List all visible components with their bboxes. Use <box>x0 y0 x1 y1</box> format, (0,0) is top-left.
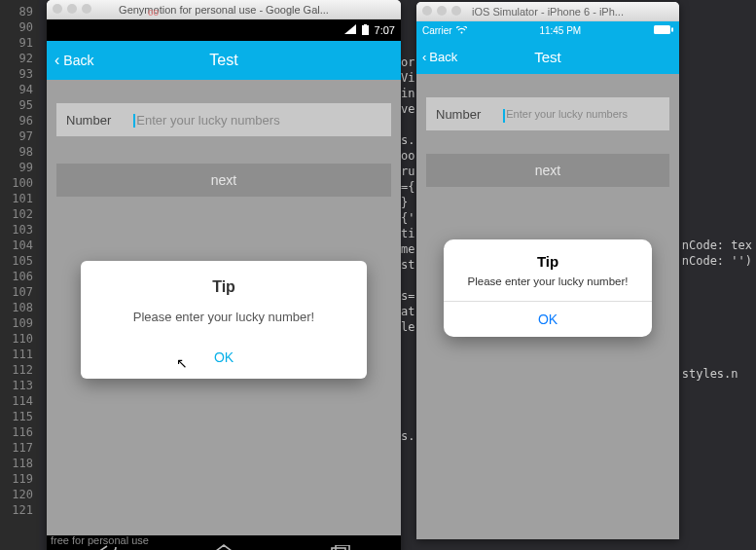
android-statusbar: 7:07 <box>47 19 401 41</box>
window-controls[interactable] <box>53 4 91 14</box>
app-header: ‹ Back Test <box>47 41 401 80</box>
alert-ok-button[interactable]: OK <box>444 301 652 337</box>
back-label: Back <box>63 53 93 68</box>
editor-code-right: nCode: texnCode: '')styles.n <box>682 238 752 382</box>
svg-rect-13 <box>362 25 369 35</box>
back-button[interactable]: ‹ Back <box>416 50 457 64</box>
carrier-label: Carrier <box>422 25 452 36</box>
svg-marker-12 <box>344 24 356 34</box>
genymotion-footer: free for personal use <box>51 534 149 546</box>
genymotion-window: oo Genymotion for personal use - Google … <box>47 0 401 550</box>
svg-rect-19 <box>671 27 673 31</box>
alert-dialog: Tip Please enter your lucky number! OK <box>444 239 652 337</box>
alert-dialog: Tip Please enter your lucky number! OK ↖ <box>81 261 367 379</box>
battery-status-icon <box>654 25 673 36</box>
number-input[interactable]: Enter your lucky numbers <box>136 113 279 128</box>
window-title: iOS Simulator - iPhone 6 - iPh... <box>472 6 624 18</box>
text-cursor <box>503 109 505 123</box>
editor-code-fragments: orViinve s.ooru={}{'timest s=atle s. <box>401 55 414 444</box>
wifi-icon <box>456 25 467 36</box>
ios-clock: 11:45 PM <box>539 25 581 36</box>
number-input[interactable]: Enter your lucky numbers <box>506 108 628 120</box>
chevron-left-icon: ‹ <box>422 50 426 64</box>
nav-home-icon[interactable] <box>214 544 234 551</box>
page-title: Test <box>47 52 401 69</box>
genymotion-logo-icon: oo <box>148 3 159 22</box>
number-field-row[interactable]: Number Enter your lucky numbers <box>426 97 669 130</box>
chevron-left-icon: ‹ <box>54 53 59 68</box>
genymotion-titlebar[interactable]: oo Genymotion for personal use - Google … <box>47 0 401 19</box>
alert-title: Tip <box>444 239 652 274</box>
svg-rect-18 <box>654 25 670 34</box>
next-button[interactable]: next <box>56 164 391 197</box>
field-label: Number <box>66 113 111 128</box>
back-label: Back <box>429 50 457 64</box>
window-controls[interactable] <box>422 6 461 16</box>
alert-message: Please enter your lucky number! <box>98 310 349 324</box>
ios-simulator-window: iOS Simulator - iPhone 6 - iPh... Carrie… <box>416 2 679 539</box>
app-header: ‹ Back Test <box>416 39 679 74</box>
signal-icon <box>344 24 356 36</box>
alert-ok-button[interactable]: OK <box>98 349 349 365</box>
app-content: Number Enter your lucky numbers next Tip… <box>416 74 679 539</box>
clock: 7:07 <box>375 24 395 36</box>
svg-rect-14 <box>364 24 367 25</box>
mouse-cursor-icon: ↖ <box>176 355 188 371</box>
field-label: Number <box>436 107 481 122</box>
text-cursor <box>133 114 135 128</box>
back-button[interactable]: ‹ Back <box>47 53 93 68</box>
alert-title: Tip <box>98 278 349 296</box>
nav-recent-icon[interactable] <box>331 545 352 551</box>
alert-message: Please enter your lucky number! <box>444 274 652 301</box>
app-content: Number Enter your lucky numbers next Tip… <box>47 80 401 535</box>
ios-statusbar: Carrier 11:45 PM <box>416 21 679 39</box>
next-button[interactable]: next <box>426 154 669 187</box>
svg-point-17 <box>460 31 462 33</box>
editor-gutter: 8990919293949596979899100101102103104105… <box>0 0 39 550</box>
ios-titlebar[interactable]: iOS Simulator - iPhone 6 - iPh... <box>416 2 679 21</box>
number-field-row[interactable]: Number Enter your lucky numbers <box>56 103 391 136</box>
battery-status-icon <box>362 24 369 37</box>
